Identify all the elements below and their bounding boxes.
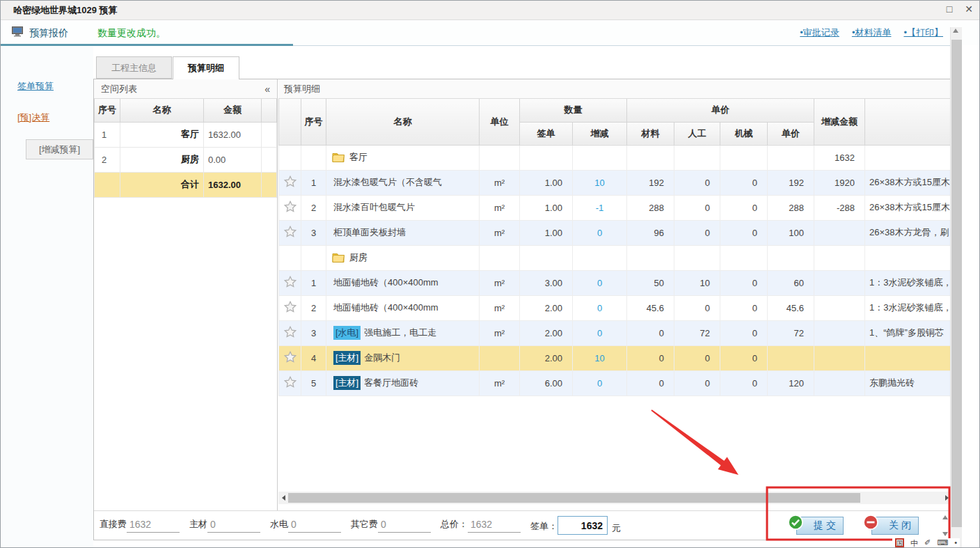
detail-col-unit[interactable]: 单位	[480, 99, 520, 145]
budget-item-row[interactable]: 1混水漆包暖气片（不含暖气m²1.001019200192192026×38木方…	[279, 170, 952, 195]
star-icon[interactable]	[284, 326, 297, 338]
status-message: 数量更改成功。	[97, 27, 166, 40]
space-panel-title: 空间列表	[101, 83, 137, 95]
close-window-button[interactable]: ✕	[963, 3, 975, 15]
material-list-link[interactable]: •材料清单	[852, 26, 892, 39]
star-icon[interactable]	[284, 175, 297, 188]
sign-total-label: 签单：	[530, 520, 558, 535]
collapse-panel-button[interactable]: «	[264, 84, 270, 95]
detail-col-change-qty[interactable]: 增减	[573, 122, 627, 145]
detail-panel-title: 预算明细	[284, 83, 320, 95]
ime-toolbar[interactable]: 国 中 ✐ ⌨ •	[892, 538, 960, 547]
folder-icon	[332, 152, 345, 162]
sidebar-item-pre-settlement[interactable]: [预]决算	[17, 111, 93, 124]
space-panel-header: 空间列表 «	[94, 79, 277, 99]
window-vertical-scrollbar[interactable]	[950, 27, 962, 547]
group-row[interactable]: 客厅1632	[279, 145, 952, 170]
detail-col-change-amount[interactable]: 增减金额	[814, 99, 865, 145]
currency-unit-label: 元	[612, 522, 621, 535]
footer-bar: 直接费1632主材0水电0其它费0总价：1632 签单： 元 提 交 关 闭	[94, 510, 951, 540]
app-label: 预算报价	[29, 27, 68, 40]
star-icon[interactable]	[284, 301, 297, 313]
budget-item-row[interactable]: 4[主材]金隅木门2.0010000	[279, 345, 952, 370]
category-badge: [水电]	[333, 326, 361, 340]
tab-bar: 工程主信息 预算明细	[96, 56, 240, 79]
footer-field: 水电0	[270, 518, 341, 533]
sign-total-input[interactable]	[558, 516, 608, 535]
print-link[interactable]: •【打印】	[903, 26, 943, 39]
budget-item-row[interactable]: 2地面铺地砖（400×400mmm²2.00045.60045.61：3水泥砂浆…	[279, 295, 952, 320]
footer-field: 总价：1632	[441, 518, 521, 533]
group-row[interactable]: 厨房	[279, 245, 952, 270]
check-circle-icon	[787, 514, 804, 533]
star-icon[interactable]	[284, 376, 297, 389]
space-col-amount[interactable]: 金额	[204, 99, 262, 122]
horizontal-scrollbar[interactable]	[278, 492, 951, 504]
budget-item-row[interactable]: 3柜顶单面夹板封墙m²1.000960010026×38木方龙骨，刷	[279, 220, 952, 245]
approval-record-link[interactable]: •审批记录	[800, 26, 839, 39]
detail-col-star	[279, 99, 301, 145]
detail-col-sign-qty[interactable]: 签单	[520, 122, 573, 145]
detail-col-material[interactable]: 材料	[627, 122, 674, 145]
space-col-name[interactable]: 名称	[120, 99, 204, 122]
minus-circle-icon	[862, 514, 879, 533]
ime-mic-icon[interactable]: •	[954, 538, 957, 547]
star-icon[interactable]	[284, 276, 297, 288]
sidebar-item-change-budget[interactable]: [增减预算]	[26, 139, 93, 159]
detail-panel-header: 预算明细	[278, 79, 951, 99]
footer-field: 直接费1632	[100, 518, 180, 533]
toolbar-underline	[1, 44, 293, 46]
ime-pen-icon[interactable]: ✐	[924, 538, 931, 547]
space-row[interactable]: 2厨房0.00	[95, 147, 277, 172]
footer-field-value[interactable]: 1632	[468, 519, 521, 533]
detail-colgroup-quantity: 数量	[520, 99, 627, 122]
budget-item-row[interactable]: 5[主材]客餐厅地面砖m²6.000000120东鹏抛光砖	[279, 370, 952, 396]
toolbar-underline-light	[293, 45, 951, 46]
scroll-down-arrow-icon[interactable]	[942, 532, 948, 536]
footer-field-value[interactable]: 0	[207, 519, 260, 533]
horizontal-scrollbar-thumb[interactable]	[288, 493, 860, 503]
footer-field-value[interactable]: 1632	[127, 519, 180, 533]
budget-item-row[interactable]: 2混水漆百叶包暖气片m²1.00-128800288-28826×38木方或15…	[279, 195, 952, 220]
window-titlebar: 哈密绿地世界城1029 预算	[1, 1, 979, 20]
detail-table: 序号 名称 单位 数量 单价 增减金额 签单 增减 材料 人工 机械 单价 客	[278, 99, 952, 396]
footer-field: 主材0	[189, 518, 260, 533]
star-icon[interactable]	[284, 351, 297, 363]
space-total-row[interactable]: 合计1632.00	[95, 172, 277, 197]
detail-col-remark	[865, 99, 952, 145]
footer-field-value[interactable]: 0	[288, 519, 341, 533]
space-row[interactable]: 1客厅1632.00	[95, 122, 277, 147]
folder-icon	[332, 253, 345, 263]
category-badge: [主材]	[333, 351, 361, 365]
footer-field: 其它费0	[351, 518, 431, 533]
detail-col-machine[interactable]: 机械	[720, 122, 768, 145]
scroll-left-arrow-icon[interactable]	[278, 492, 288, 504]
detail-col-unit-price[interactable]: 单价	[768, 122, 814, 145]
vscroll-up-arrow-icon[interactable]	[953, 29, 958, 33]
scroll-up-arrow-icon[interactable]	[942, 515, 948, 519]
budget-item-row[interactable]: 3[水电]强电施工，电工走m²2.0000720721、“鸽牌”多股铜芯	[279, 320, 952, 345]
vertical-scrollbar-thumb[interactable]	[951, 40, 962, 527]
tab-project-info[interactable]: 工程主信息	[96, 56, 172, 79]
space-col-no[interactable]: 序号	[95, 99, 120, 122]
detail-col-no[interactable]: 序号	[301, 99, 326, 145]
space-table-body: 1客厅1632.002厨房0.00合计1632.00	[95, 122, 277, 197]
ime-mode-icon[interactable]: 国	[895, 538, 904, 547]
sidebar-item-sign-budget[interactable]: 签单预算	[17, 80, 93, 93]
footer-mini-scrollbar[interactable]	[940, 515, 949, 536]
ime-keyboard-icon[interactable]: ⌨	[937, 538, 948, 547]
star-icon[interactable]	[284, 226, 297, 238]
tab-budget-detail[interactable]: 预算明细	[173, 56, 239, 79]
footer-field-value[interactable]: 0	[378, 519, 431, 533]
monitor-icon	[12, 26, 24, 40]
detail-colgroup-price: 单价	[627, 99, 814, 122]
ime-lang-indicator[interactable]: 中	[910, 538, 918, 547]
budget-item-row[interactable]: 1地面铺地砖（400×400mmm²3.00050100601：3水泥砂浆铺底，	[279, 270, 952, 295]
window-title: 哈密绿地世界城1029 预算	[13, 4, 118, 17]
star-icon[interactable]	[284, 201, 297, 213]
toolbar: 预算报价 数量更改成功。 •审批记录 •材料清单 •【打印】	[1, 21, 979, 45]
detail-col-labor[interactable]: 人工	[674, 122, 720, 145]
space-list-panel: 空间列表 « 序号 名称 金额 1客厅1632.002厨房0.00合计1632.…	[94, 79, 278, 511]
detail-col-name[interactable]: 名称	[326, 99, 480, 145]
maximize-button[interactable]: □	[943, 3, 956, 15]
